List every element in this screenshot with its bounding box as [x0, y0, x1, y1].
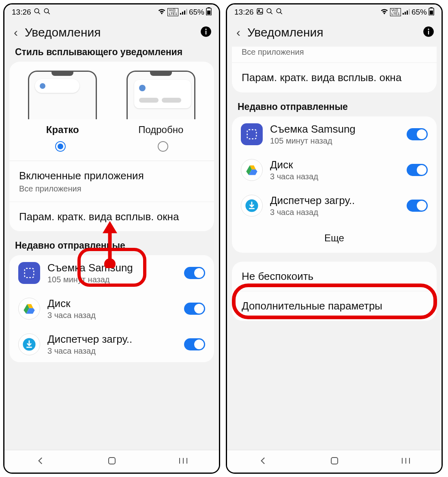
style-label-detailed: Подробно — [138, 124, 183, 135]
nav-home-icon[interactable] — [330, 456, 339, 467]
gallery-icon — [256, 8, 264, 17]
popup-params-title: Парам. кратк. вида всплыв. окна — [19, 210, 204, 223]
svg-point-32 — [277, 9, 281, 13]
search-icon — [43, 8, 51, 17]
nav-bar — [4, 450, 219, 473]
preview-brief — [28, 71, 97, 119]
status-time: 13:26 — [234, 8, 254, 17]
status-bar: 13:26 Vo))LTE1 65% — [4, 4, 219, 20]
toggle-drive[interactable] — [184, 303, 205, 315]
app-time: 3 часа назад — [270, 208, 399, 217]
style-option-detailed[interactable]: Подробно — [112, 71, 210, 135]
svg-rect-34 — [403, 13, 404, 15]
back-button[interactable]: ‹ — [10, 26, 21, 39]
item-included-apps[interactable]: Включенные приложения Все приложения — [9, 161, 214, 202]
page-header: ‹ Уведомления — [227, 20, 442, 47]
included-apps-title: Включенные приложения — [19, 169, 204, 183]
item-all-apps-sub[interactable]: Все приложения — [232, 47, 437, 63]
svg-line-3 — [48, 12, 50, 14]
annotation-more-rect — [232, 284, 437, 319]
battery-icon — [429, 7, 434, 17]
info-icon[interactable] — [423, 26, 434, 39]
nav-back-icon[interactable] — [258, 456, 268, 468]
app-icon-download — [18, 333, 40, 355]
wifi-icon — [158, 8, 166, 17]
volte-icon: Vo))LTE1 — [390, 8, 401, 16]
svg-rect-10 — [207, 11, 210, 15]
preview-detailed — [126, 71, 195, 119]
app-row-samsung-capture[interactable]: Съемка Samsung 105 минут назад — [232, 116, 437, 152]
svg-rect-21 — [109, 458, 115, 464]
svg-rect-6 — [184, 11, 185, 15]
popup-params-title: Парам. кратк. вида всплыв. окна — [242, 71, 427, 84]
dnd-title: Не беспокоить — [242, 270, 427, 283]
app-time: 105 минут назад — [270, 136, 399, 146]
all-apps-sub: Все приложения — [242, 47, 427, 57]
included-apps-sub: Все приложения — [19, 184, 204, 193]
battery-percent: 65% — [412, 8, 427, 17]
toggle-drive[interactable] — [407, 164, 428, 176]
toggle-samsung-capture[interactable] — [407, 128, 428, 140]
item-popup-params[interactable]: Парам. кратк. вида всплыв. окна — [9, 202, 214, 232]
svg-rect-50 — [331, 458, 338, 464]
page-header: ‹ Уведомления — [4, 20, 219, 47]
toggle-samsung-capture[interactable] — [184, 267, 205, 279]
page-title: Уведомления — [247, 26, 324, 39]
more-label: Еще — [324, 232, 344, 243]
signal-icon — [180, 8, 187, 17]
signal-icon — [403, 8, 410, 17]
app-time: 3 часа назад — [47, 311, 177, 320]
volte-icon: Vo))LTE1 — [167, 8, 178, 16]
nav-back-icon[interactable] — [35, 456, 46, 468]
section-popup-style: Стиль всплывающего уведомления — [4, 47, 219, 62]
item-popup-params[interactable]: Парам. кратк. вида всплыв. окна — [232, 63, 437, 92]
app-name: Диск — [47, 297, 177, 310]
svg-point-2 — [44, 9, 49, 13]
radio-detailed[interactable] — [158, 141, 168, 152]
radio-brief[interactable] — [55, 141, 66, 152]
app-row-download-manager[interactable]: Диспетчер загру.. 3 часа назад — [9, 327, 214, 362]
status-time: 13:26 — [12, 8, 31, 17]
svg-rect-35 — [405, 12, 406, 15]
svg-rect-36 — [407, 11, 408, 15]
app-name: Диспетчер загру.. — [270, 194, 399, 207]
style-option-brief[interactable]: Кратко — [13, 71, 112, 135]
battery-icon — [206, 7, 212, 17]
back-button[interactable]: ‹ — [233, 26, 244, 39]
info-icon[interactable] — [200, 26, 212, 39]
svg-rect-7 — [186, 9, 187, 15]
svg-rect-42 — [428, 31, 429, 34]
svg-point-0 — [34, 9, 39, 13]
search-icon — [276, 8, 283, 17]
phone-right: 13:26 Vo))LTE1 65% ‹ — [226, 3, 443, 474]
status-bar: 13:26 Vo))LTE1 65% — [227, 4, 442, 20]
app-row-download-manager[interactable]: Диспетчер загру.. 3 часа назад — [232, 188, 437, 223]
card-recent-apps: Съемка Samsung 105 минут назад Диск 3 ча… — [232, 116, 437, 253]
app-name: Съемка Samsung — [270, 123, 399, 135]
svg-line-1 — [38, 12, 40, 14]
nav-recents-icon[interactable] — [178, 457, 189, 466]
toggle-download-manager[interactable] — [184, 338, 205, 350]
style-label-brief: Кратко — [46, 124, 79, 135]
svg-rect-44 — [247, 129, 257, 139]
svg-rect-12 — [206, 31, 206, 34]
svg-rect-28 — [257, 9, 263, 14]
nav-home-icon[interactable] — [107, 456, 117, 467]
app-icon-samsung-capture — [241, 123, 263, 145]
card-top-items: Все приложения Парам. кратк. вида всплыв… — [232, 47, 437, 92]
more-button[interactable]: Еще — [232, 223, 437, 253]
toggle-download-manager[interactable] — [407, 200, 428, 212]
content-scroll[interactable]: Все приложения Парам. кратк. вида всплыв… — [227, 47, 442, 450]
nav-recents-icon[interactable] — [401, 457, 411, 466]
app-icon-drive — [241, 159, 263, 181]
svg-point-13 — [205, 29, 206, 30]
svg-line-31 — [270, 12, 272, 14]
section-recent: Недавно отправленные — [227, 101, 442, 116]
app-row-drive[interactable]: Диск 3 часа назад — [9, 291, 214, 327]
card-popup-style: Кратко Подробно Включенные приложения Вс… — [9, 62, 214, 231]
app-icon-drive — [18, 298, 40, 320]
app-name: Диск — [270, 159, 399, 171]
app-row-drive[interactable]: Диск 3 часа назад — [232, 152, 437, 188]
search-icon — [266, 8, 273, 17]
phone-left: 13:26 Vo))LTE1 65% ‹ Уведомления — [3, 3, 220, 474]
